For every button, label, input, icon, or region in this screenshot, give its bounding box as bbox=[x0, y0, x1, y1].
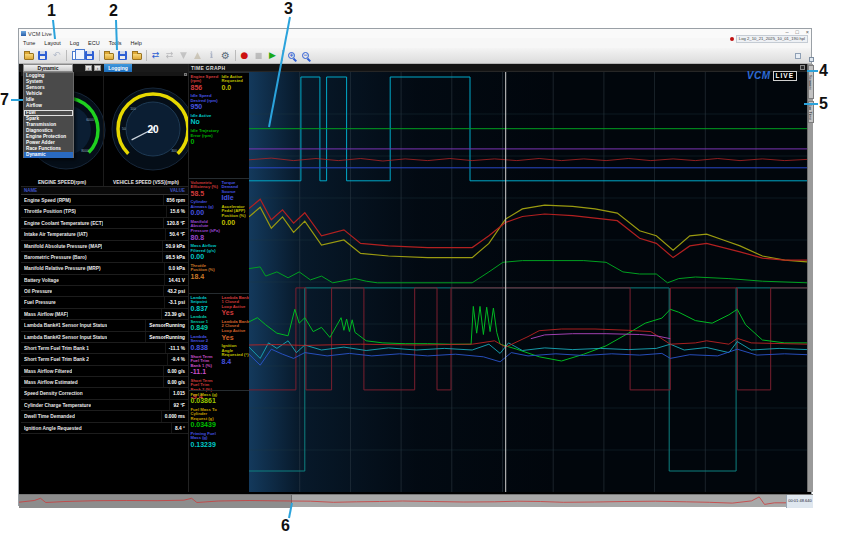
zoom-in-icon[interactable]: + bbox=[285, 49, 298, 62]
channel-label: Volumetric Efficiency (%) bbox=[191, 181, 221, 190]
vehicle-info-icon[interactable]: ℹ bbox=[205, 49, 218, 62]
column-header-name[interactable]: NAME bbox=[24, 187, 37, 194]
copy-layout-icon[interactable] bbox=[69, 49, 82, 62]
table-row[interactable]: Oil Pressure 43.2 psi bbox=[21, 286, 188, 297]
channel-readout[interactable]: Idle Active Requested0.0 bbox=[222, 75, 250, 92]
gauge-tick-label: 50 bbox=[122, 127, 126, 131]
channel-readout[interactable]: Short Term Fuel Trim Bank 1 (%)-11.1 bbox=[191, 355, 221, 377]
channel-label: Fuel Mass To Cylinder Request (g) bbox=[191, 408, 221, 422]
channel-readout[interactable]: Lambda Bank 2 Closed Loop ActiveYes bbox=[222, 320, 250, 342]
channel-readout[interactable]: Accelerator Pedal (APP) Position (%)0.00 bbox=[222, 205, 250, 227]
parameter-name: Lambda Bank#1 Sensor Input Status bbox=[24, 320, 107, 330]
channel-readout[interactable]: Fuel Mass To Cylinder Request (g)0.03439 bbox=[191, 408, 221, 430]
log-file-name[interactable]: Log 2_10_21_2025_10_01_190.hpl bbox=[736, 35, 808, 43]
table-row[interactable]: Intake Air Temperature (IAT) 50.4 °F bbox=[21, 229, 188, 240]
table-row[interactable]: Speed Density Correction 1.015 bbox=[21, 388, 188, 399]
stop-log-icon[interactable]: ■ bbox=[252, 49, 265, 62]
channel-readout[interactable]: Lambda Sensor 10.849 bbox=[191, 315, 221, 332]
table-row[interactable]: Dwell Time Demanded 0.000 ms bbox=[21, 411, 188, 422]
open-log-icon[interactable] bbox=[102, 49, 115, 62]
table-row[interactable]: Short Term Fuel Trim Bank 2 -9.4 % bbox=[21, 354, 188, 365]
menu-item[interactable]: ECU bbox=[88, 40, 100, 46]
panel-menu-icon[interactable] bbox=[184, 73, 187, 76]
parameter-name: Ignition Angle Requested bbox=[24, 423, 82, 433]
undo-icon[interactable]: ↶ bbox=[50, 49, 63, 62]
toolbar-pin-button[interactable] bbox=[795, 53, 801, 59]
table-row[interactable]: Ignition Angle Requested 8.4 ° bbox=[21, 423, 188, 434]
menu-item[interactable]: Dynamic bbox=[24, 152, 73, 158]
channel-readout[interactable]: Throttle Position (%)18.4 bbox=[191, 264, 221, 281]
time-graph-plot[interactable] bbox=[249, 72, 807, 492]
zoom-out-icon[interactable]: − bbox=[299, 49, 312, 62]
toolbar: ↶ ⇄ ⇄ ▼ ▲ ℹ ⚙ ● ■ ▶ + − bbox=[19, 48, 811, 64]
engine-speed-gauge-title: ENGINE SPEED(rpm) bbox=[21, 180, 103, 185]
channel-readout[interactable]: Idle ActiveNo bbox=[191, 114, 221, 127]
table-row[interactable]: Engine Coolant Temperature (ECT) 120.8 °… bbox=[21, 218, 188, 229]
table-row[interactable]: Short Term Fuel Trim Bank 1 -11.1 % bbox=[21, 343, 188, 354]
menu-item[interactable]: Tune bbox=[23, 40, 35, 46]
menu-item[interactable]: Tools bbox=[109, 40, 122, 46]
table-row[interactable]: Lambda Bank#2 Sensor Input Status Sensor… bbox=[21, 332, 188, 343]
table-row[interactable]: Battery Voltage 14.41 V bbox=[21, 275, 188, 286]
vcm-logo-text: VCM bbox=[747, 70, 771, 81]
channel-readout[interactable]: Idle Speed Desired (rpm)950 bbox=[191, 94, 221, 111]
table-row[interactable]: Throttle Position (TPS) 15.6 % bbox=[21, 206, 188, 217]
tab-logging[interactable]: Logging bbox=[104, 64, 132, 72]
channel-readout[interactable]: Priming Fuel Mass (g)0.13239 bbox=[191, 432, 221, 449]
play-log-icon[interactable]: ▶ bbox=[266, 49, 279, 62]
channel-readout[interactable]: Ignition Angle Requested (°)8.4 bbox=[222, 344, 250, 366]
disconnect-vcm-icon[interactable]: ⇄ bbox=[163, 49, 176, 62]
tab-scroll-right-button[interactable]: › bbox=[94, 65, 101, 71]
channel-readout[interactable]: Idle Trajectory Error (rpm)0 bbox=[191, 129, 221, 146]
channel-readout[interactable]: Lambda Bank 1 Closed Loop ActiveYes bbox=[222, 296, 250, 318]
save-log-icon[interactable] bbox=[116, 49, 129, 62]
channel-readout[interactable]: Cylinder Airmass (g)0.00 bbox=[191, 200, 221, 217]
channel-readout[interactable]: Torque Demand SourceIdle bbox=[222, 181, 250, 203]
table-row[interactable]: Manifold Relative Pressure (MRP) 0.0 kPa bbox=[21, 263, 188, 274]
read-vehicle-icon[interactable]: ▼ bbox=[177, 49, 190, 62]
channel-readout[interactable]: Lambda Sensor 20.838 bbox=[191, 335, 221, 352]
table-row[interactable]: Barometric Pressure (Baro) 98.5 kPa bbox=[21, 252, 188, 263]
table-row[interactable]: Mass Airflow (MAF) 23.39 g/s bbox=[21, 309, 188, 320]
table-row[interactable]: Lambda Bank#1 Sensor Input Status Sensor… bbox=[21, 320, 188, 331]
open-recent-log-icon[interactable] bbox=[130, 49, 143, 62]
scanner-channels-tab[interactable]: Scanner Channels bbox=[808, 65, 814, 99]
menu-item[interactable]: Layout bbox=[44, 40, 61, 46]
panel-options-icon[interactable] bbox=[800, 65, 805, 70]
open-file-icon[interactable] bbox=[22, 49, 35, 62]
write-vehicle-icon[interactable]: ▲ bbox=[191, 49, 204, 62]
connect-vcm-icon[interactable]: ⇄ bbox=[149, 49, 162, 62]
channel-label: Idle Speed Desired (rpm) bbox=[191, 94, 221, 103]
layout-selector-dropdown[interactable]: Dynamic bbox=[23, 64, 73, 72]
table-row[interactable]: Fuel Pressure -3.1 psi bbox=[21, 297, 188, 308]
channel-value: 950 bbox=[191, 103, 221, 111]
channel-readout[interactable]: Fuel Mass (g)0.03861 bbox=[191, 393, 221, 406]
table-row[interactable]: Mass Airflow Filtered 0.00 g/s bbox=[21, 366, 188, 377]
channel-readout[interactable]: Engine Speed (rpm)856 bbox=[191, 75, 221, 92]
table-row[interactable]: Manifold Absolute Pressure (MAP) 50.9 kP… bbox=[21, 241, 188, 252]
table-row[interactable]: Engine Speed (RPM) 856 rpm bbox=[21, 195, 188, 206]
channel-value: 0.00 bbox=[191, 253, 221, 261]
channel-label: Mass Airflow Filtered (g/s) bbox=[191, 244, 221, 253]
run-time-tab[interactable]: Run Time bbox=[808, 101, 814, 123]
save-file-icon[interactable] bbox=[36, 49, 49, 62]
settings-gear-icon[interactable]: ⚙ bbox=[219, 49, 232, 62]
channel-value: 856 bbox=[191, 84, 221, 92]
menu-item[interactable]: Help bbox=[131, 40, 142, 46]
table-row[interactable]: Cylinder Charge Temperature 92 °F bbox=[21, 400, 188, 411]
channel-readout[interactable]: Mass Airflow Filtered (g/s)0.00 bbox=[191, 244, 221, 261]
tab-scroll-left-button[interactable]: ‹ bbox=[85, 65, 92, 71]
column-header-value[interactable]: VALUE bbox=[170, 187, 185, 194]
right-panel-strip: Scanner Channels Run Time bbox=[807, 64, 813, 492]
save-layout-icon[interactable] bbox=[83, 49, 96, 62]
log-position-scrubber[interactable]: 00:01:48.640 bbox=[19, 494, 813, 507]
table-row[interactable]: Mass Airflow Estimated 0.00 g/s bbox=[21, 377, 188, 388]
record-log-icon[interactable]: ● bbox=[238, 49, 251, 62]
channel-readout[interactable]: Lambda Setpoint0.837 bbox=[191, 296, 221, 313]
panel-expand-button[interactable] bbox=[809, 57, 814, 62]
channel-label: Lambda Setpoint bbox=[191, 296, 221, 305]
channel-readout[interactable]: Manifold Absolute Pressure (kPa)80.8 bbox=[191, 220, 221, 242]
log-overview-red-trace bbox=[19, 497, 786, 505]
channel-readout[interactable]: Volumetric Efficiency (%)58.5 bbox=[191, 181, 221, 198]
menu-item[interactable]: Log bbox=[70, 40, 79, 46]
